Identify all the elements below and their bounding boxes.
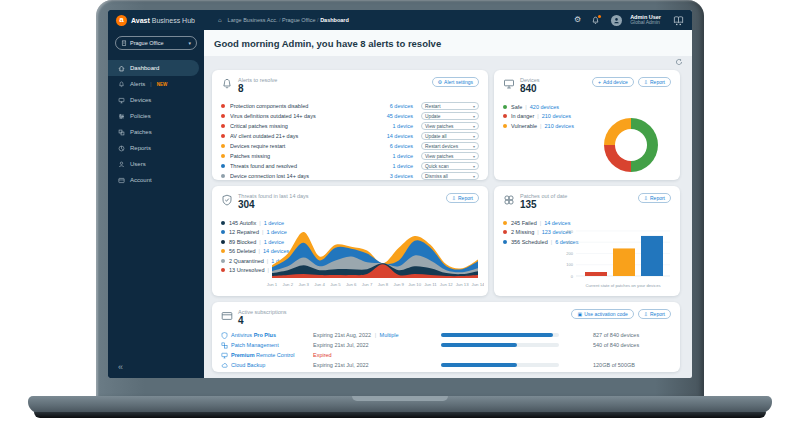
legend-dot xyxy=(221,221,225,225)
org-selector[interactable]: Prague Office ▾ xyxy=(115,36,197,50)
sidebar-item-patches[interactable]: Patches xyxy=(108,124,199,140)
alert-devices-link[interactable]: 6 devices xyxy=(390,103,413,109)
user-menu[interactable]: Admin User Global Admin xyxy=(630,14,661,26)
sidebar-item-label: Patches xyxy=(130,129,152,135)
home-icon[interactable]: ⌂ xyxy=(218,17,222,23)
svg-text:300: 300 xyxy=(566,240,573,245)
legend-label: In danger xyxy=(511,113,534,119)
alert-devices-link[interactable]: 1 device xyxy=(393,123,414,129)
breadcrumb-item[interactable]: Prague Office xyxy=(282,17,316,23)
alert-action-dropdown[interactable]: View patches▾ xyxy=(421,152,479,160)
legend-value-link[interactable]: 1 device xyxy=(264,220,285,226)
download-icon: ⇩ xyxy=(452,196,456,201)
subscription-name-link[interactable]: Patch Management xyxy=(231,342,313,348)
add-device-button[interactable]: +Add device xyxy=(592,77,634,87)
notifications-bell-icon[interactable] xyxy=(591,16,600,25)
svg-text:Jun 2: Jun 2 xyxy=(283,282,294,287)
legend-value-link[interactable]: 210 devices xyxy=(542,113,571,119)
gear-icon: ⚙ xyxy=(438,80,442,85)
alert-devices-link[interactable]: 45 devices xyxy=(387,113,413,119)
breadcrumb-item[interactable]: Dashboard xyxy=(320,17,349,23)
download-icon: ⇩ xyxy=(644,80,648,85)
legend-value-link[interactable]: 420 devices xyxy=(530,104,559,110)
report-button[interactable]: ⇩Report xyxy=(638,193,671,203)
sidebar-item-alerts[interactable]: Alerts|NEW xyxy=(108,76,199,92)
laptop-base-notch xyxy=(352,396,448,401)
alert-action-dropdown[interactable]: Quick scan▾ xyxy=(421,162,479,170)
subscription-usage: 540 of 840 devices xyxy=(593,342,639,348)
svg-text:Jun 9: Jun 9 xyxy=(394,282,405,287)
alert-action-dropdown[interactable]: Update▾ xyxy=(421,112,479,120)
alert-devices-link[interactable]: 6 devices xyxy=(390,143,413,149)
patches-card: Patches out of date 135 ⇩Report 245 Fail… xyxy=(494,186,680,296)
legend-separator: | xyxy=(259,220,260,226)
gear-icon[interactable]: ⚙ xyxy=(574,16,581,24)
report-button[interactable]: ⇩Report xyxy=(446,193,479,203)
legend-value-link[interactable]: 14 devices xyxy=(544,220,570,226)
sidebar-item-users[interactable]: Users xyxy=(108,156,199,172)
legend-value-link[interactable]: 210 devices xyxy=(545,123,574,129)
sidebar-item-policies[interactable]: Policies xyxy=(108,108,199,124)
svg-text:Jun 4: Jun 4 xyxy=(314,282,325,287)
report-button[interactable]: ⇩Report xyxy=(638,77,671,87)
alert-action-dropdown[interactable]: Restart devices▾ xyxy=(421,142,479,150)
use-activation-code-button[interactable]: ▣Use activation code xyxy=(571,309,633,319)
alert-label: Critical patches missing xyxy=(230,123,393,129)
knowledge-base-icon[interactable] xyxy=(673,15,684,26)
sidebar-item-account[interactable]: Account xyxy=(108,172,199,188)
alert-label: Threats found and resolved xyxy=(230,163,393,169)
legend-label: 2 Missing xyxy=(511,229,534,235)
alert-action-dropdown[interactable]: Dismiss all▾ xyxy=(421,172,479,180)
chevron-down-icon: ▾ xyxy=(473,144,475,149)
chevron-down-icon: ▾ xyxy=(473,124,475,129)
shield-check-icon xyxy=(221,194,233,206)
sidebar-item-label: Users xyxy=(130,161,146,167)
sidebar-item-devices[interactable]: Devices xyxy=(108,92,199,108)
patches-icon xyxy=(118,129,125,136)
legend-separator: | xyxy=(525,104,526,110)
new-badge: NEW xyxy=(157,82,168,87)
alert-devices-link[interactable]: 1 device xyxy=(393,163,414,169)
legend-label: 245 Failed xyxy=(511,220,537,226)
alert-action-dropdown[interactable]: Restart▾ xyxy=(421,102,479,110)
subscription-name-link[interactable]: Premium Remote Control xyxy=(231,352,313,358)
legend-dot xyxy=(221,259,225,263)
subscription-name-link[interactable]: Cloud Backup xyxy=(231,362,313,368)
alert-action-dropdown[interactable]: View patches▾ xyxy=(421,122,479,130)
users-icon xyxy=(118,161,125,168)
report-button[interactable]: ⇩Report xyxy=(638,309,671,319)
legend-separator: | xyxy=(540,123,541,129)
alert-devices-link[interactable]: 14 devices xyxy=(387,133,413,139)
severity-icon xyxy=(221,144,225,148)
alert-label: Devices require restart xyxy=(230,143,390,149)
legend-separator: | xyxy=(262,229,263,235)
avatar[interactable] xyxy=(611,15,622,26)
breadcrumb-item[interactable]: Large Business Acc. xyxy=(228,17,278,23)
alert-devices-link[interactable]: 1 device xyxy=(393,153,414,159)
svg-text:Jun 6: Jun 6 xyxy=(346,282,357,287)
subscription-usage: 827 of 840 devices xyxy=(593,332,639,338)
severity-icon xyxy=(221,164,225,168)
alert-devices-link[interactable]: 3 devices xyxy=(390,173,413,179)
org-label: Prague Office xyxy=(130,40,164,46)
subscriptions-card: Active subscriptions 4 ▣Use activation c… xyxy=(212,302,680,372)
monitor-icon xyxy=(503,78,515,90)
collapse-sidebar-button[interactable]: « xyxy=(118,362,123,372)
alerts-card: Alerts to resolve 8 ⚙Alert settings Prot… xyxy=(212,70,488,180)
legend-label: Vulnerable xyxy=(511,123,537,129)
reports-icon xyxy=(118,145,125,152)
subscription-expiry: Expiring 21st Jul, 2022 xyxy=(313,342,441,348)
refresh-icon[interactable] xyxy=(675,58,683,66)
multiple-link[interactable]: Multiple xyxy=(380,332,399,338)
subscription-name-link[interactable]: Antivirus Pro Plus xyxy=(231,332,313,338)
legend-dot xyxy=(221,268,225,272)
svg-text:Jun 14: Jun 14 xyxy=(472,282,484,287)
patches-icon xyxy=(503,194,515,206)
alert-settings-button[interactable]: ⚙Alert settings xyxy=(432,77,479,87)
legend-dot xyxy=(503,230,507,234)
sidebar-item-label: Devices xyxy=(130,97,151,103)
alert-action-dropdown[interactable]: Update all▾ xyxy=(421,132,479,140)
sidebar-item-dashboard[interactable]: Dashboard xyxy=(108,60,199,76)
severity-icon xyxy=(221,124,225,128)
sidebar-item-reports[interactable]: Reports xyxy=(108,140,199,156)
